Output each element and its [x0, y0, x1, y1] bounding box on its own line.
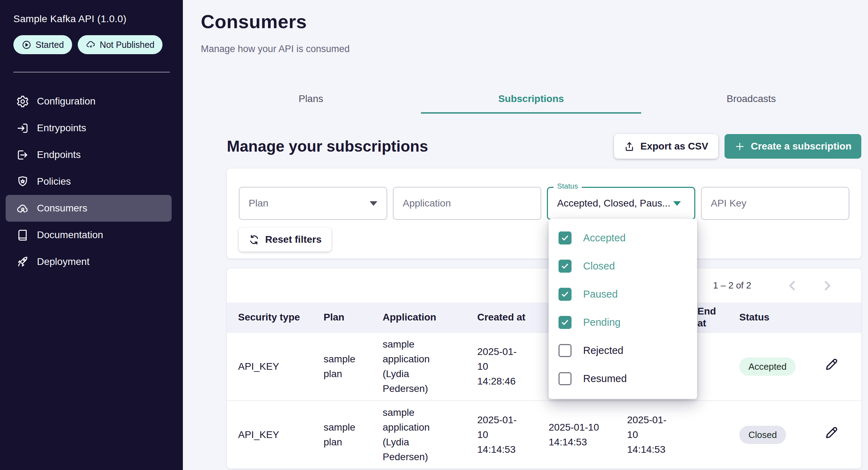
filters-panel: Plan Status Accepted, Closed, Paus...	[227, 169, 861, 259]
main-content: Consumers Manage how your API is consume…	[183, 0, 868, 470]
plus-icon	[734, 141, 745, 152]
cell-col6: 2025-01-10 14:14:53	[616, 401, 686, 469]
cell-col5: 2025-01-10 14:14:53	[537, 401, 616, 469]
sidebar: Sample Kafka API (1.0.0) Started Not Pub…	[0, 0, 183, 470]
status-option-label: Rejected	[583, 345, 623, 356]
tab-label: Broadcasts	[727, 93, 776, 104]
sidebar-item-entrypoints[interactable]: Entrypoints	[6, 115, 172, 141]
tab-subscriptions[interactable]: Subscriptions	[421, 93, 641, 114]
application-filter-field	[393, 187, 541, 220]
create-subscription-button[interactable]: Create a subscription	[725, 134, 861, 159]
column-header-application: Application	[371, 303, 466, 332]
plan-filter-select[interactable]: Plan	[239, 187, 387, 220]
sidebar-item-label: Documentation	[37, 229, 103, 241]
pagination: 1 – 2 of 2	[227, 268, 861, 303]
status-filter-select[interactable]: Status Accepted, Closed, Paus...	[547, 187, 695, 220]
status-badge: Closed	[739, 426, 786, 444]
status-option-pending[interactable]: Pending	[549, 308, 697, 336]
checkbox-checked-icon[interactable]	[559, 260, 572, 273]
cell-security-type: API_KEY	[227, 332, 312, 401]
cell-status: Accepted	[728, 332, 812, 401]
cell-created-at: 2025-01-10 14:28:46	[466, 332, 537, 401]
reset-filters-label: Reset filters	[265, 234, 321, 245]
status-option-label: Accepted	[583, 232, 626, 244]
sidebar-item-label: Policies	[37, 176, 71, 187]
create-subscription-label: Create a subscription	[751, 141, 851, 152]
next-page-button[interactable]	[819, 278, 835, 293]
entrypoints-icon	[16, 122, 29, 135]
reset-filters-button[interactable]: Reset filters	[239, 228, 331, 252]
gear-icon	[16, 95, 29, 108]
book-icon	[16, 229, 29, 242]
status-badge: Accepted	[739, 357, 796, 376]
api-title: Sample Kafka API (1.0.0)	[0, 13, 183, 25]
export-csv-label: Export as CSV	[640, 141, 708, 152]
not-published-badge: Not Published	[78, 35, 163, 54]
sidebar-item-label: Consumers	[37, 203, 87, 214]
not-published-badge-label: Not Published	[100, 40, 155, 50]
sidebar-item-documentation[interactable]: Documentation	[6, 222, 172, 248]
sidebar-item-consumers[interactable]: Consumers	[6, 195, 172, 222]
plan-filter-placeholder: Plan	[249, 198, 268, 209]
status-option-rejected[interactable]: Rejected	[549, 336, 697, 364]
upload-icon	[624, 141, 635, 152]
export-csv-button[interactable]: Export as CSV	[614, 134, 718, 159]
checkbox-checked-icon[interactable]	[559, 288, 572, 301]
cell-actions	[812, 401, 861, 469]
tab-plans[interactable]: Plans	[201, 93, 421, 114]
cloud-x-icon	[86, 40, 96, 50]
status-option-label: Paused	[583, 288, 618, 300]
tab-broadcasts[interactable]: Broadcasts	[641, 93, 861, 114]
previous-page-button[interactable]	[785, 278, 800, 293]
cell-plan: sample plan	[312, 332, 371, 401]
refresh-icon	[249, 234, 260, 245]
play-circle-icon	[21, 40, 32, 50]
checkbox-unchecked-icon[interactable]	[559, 372, 572, 385]
sidebar-item-label: Deployment	[37, 256, 89, 267]
pencil-icon	[824, 425, 838, 440]
column-header-created-at: Created at	[466, 303, 537, 332]
sidebar-item-label: Configuration	[37, 96, 96, 107]
column-header-status: Status	[728, 303, 812, 332]
sidebar-nav: ConfigurationEntrypointsEndpointsPolicie…	[6, 88, 172, 275]
status-option-resumed[interactable]: Resumed	[549, 364, 697, 393]
status-option-paused[interactable]: Paused	[549, 280, 697, 308]
subscriptions-table-card: 1 – 2 of 2 Security t	[227, 268, 861, 469]
table-row: API_KEYsample plansample application (Ly…	[227, 332, 861, 401]
status-option-label: Closed	[583, 260, 615, 272]
column-header-plan: Plan	[312, 303, 371, 332]
chevron-down-icon	[370, 201, 377, 206]
subscriptions-section: Manage your subscriptions Export as CSV …	[201, 134, 861, 469]
section-heading: Manage your subscriptions	[227, 138, 614, 155]
sidebar-item-label: Endpoints	[37, 149, 81, 160]
cell-actions	[812, 332, 861, 401]
checkbox-checked-icon[interactable]	[559, 316, 572, 329]
cell-status: Closed	[728, 401, 812, 469]
sidebar-item-policies[interactable]: Policies	[6, 168, 172, 195]
edit-subscription-button[interactable]	[824, 425, 838, 440]
api-status-badges: Started Not Published	[13, 35, 183, 54]
sidebar-divider	[13, 72, 170, 72]
sidebar-item-label: Entrypoints	[37, 122, 86, 134]
sidebar-item-configuration[interactable]: Configuration	[6, 88, 172, 115]
pencil-icon	[824, 357, 838, 372]
sidebar-item-deployment[interactable]: Deployment	[6, 248, 172, 275]
page-title: Consumers	[201, 11, 861, 32]
application-filter-input[interactable]	[403, 198, 531, 209]
cloud-user-icon	[16, 202, 29, 215]
sidebar-item-endpoints[interactable]: Endpoints	[6, 141, 172, 168]
tab-label: Subscriptions	[498, 93, 564, 104]
status-option-label: Resumed	[583, 373, 627, 385]
status-option-accepted[interactable]: Accepted	[549, 224, 697, 252]
cell-end-at	[686, 401, 728, 469]
cell-created-at: 2025-01-10 14:14:53	[466, 401, 537, 469]
chevron-left-icon	[785, 278, 800, 293]
checkbox-unchecked-icon[interactable]	[559, 344, 572, 357]
checkbox-checked-icon[interactable]	[559, 231, 572, 244]
started-badge-label: Started	[36, 40, 64, 50]
edit-subscription-button[interactable]	[824, 357, 838, 372]
rocket-icon	[16, 255, 29, 268]
api-key-filter-input[interactable]	[711, 198, 840, 209]
status-option-closed[interactable]: Closed	[549, 252, 697, 280]
status-filter-value: Accepted, Closed, Paus...	[557, 198, 670, 209]
